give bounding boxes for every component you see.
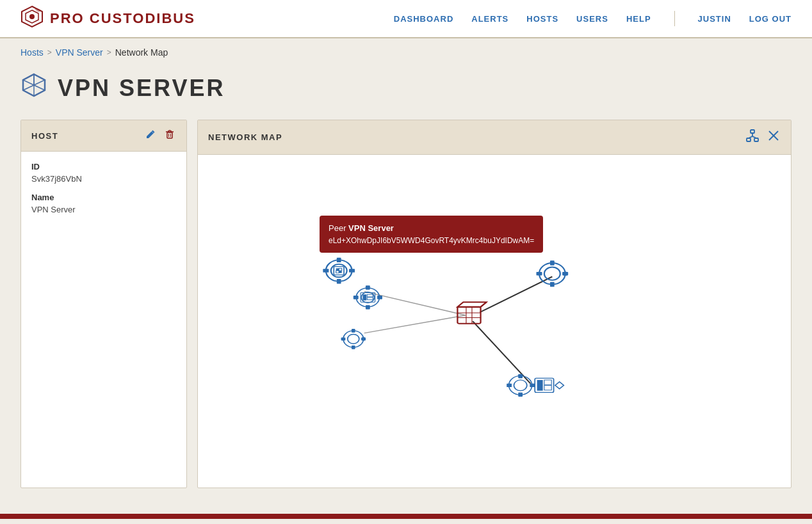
svg-point-64 (544, 267, 560, 280)
host-panel-header: HOST (21, 120, 186, 152)
page-title-area: VPN SERVER (0, 67, 812, 120)
svg-rect-47 (362, 294, 366, 300)
network-actions (745, 128, 781, 147)
svg-rect-52 (352, 329, 355, 333)
svg-rect-74 (530, 384, 535, 388)
network-panel-title: NETWORK MAP (208, 132, 282, 142)
network-map-svg (198, 155, 791, 488)
svg-rect-73 (518, 392, 523, 397)
tooltip-key: eLd+XOhwDpJI6bV5WWD4GovRT4yvKMrc4buJYdID… (329, 235, 534, 246)
host-panel-body: ID Svk37j86VbN Name VPN Server (21, 152, 186, 234)
svg-point-56 (361, 337, 366, 341)
logo-area: PRO CUSTODIBUS (20, 5, 394, 33)
page-title: VPN SERVER (58, 75, 225, 102)
svg-rect-78 (537, 380, 543, 391)
delete-host-button[interactable] (163, 128, 176, 143)
tooltip-peer-line: Peer VPN Server (329, 222, 534, 235)
node-center-server[interactable] (457, 302, 486, 323)
nav-dashboard[interactable]: DASHBOARD (394, 14, 454, 24)
breadcrumb-hosts[interactable]: Hosts (20, 47, 44, 58)
svg-rect-45 (353, 296, 359, 299)
svg-point-2 (29, 14, 35, 19)
cube-icon (20, 72, 47, 104)
svg-rect-44 (377, 296, 382, 299)
svg-point-70 (509, 376, 532, 395)
nav-users[interactable]: USERS (576, 14, 608, 24)
name-label: Name (31, 193, 176, 202)
svg-point-76 (518, 374, 523, 378)
svg-rect-34 (323, 269, 329, 273)
svg-rect-18 (747, 138, 751, 141)
main-content: HOST (0, 120, 812, 488)
breadcrumb-current: Network Map (115, 47, 168, 58)
svg-rect-57 (457, 307, 480, 324)
edit-host-button[interactable] (144, 128, 157, 143)
footer-bar (0, 514, 812, 519)
svg-rect-31 (337, 258, 341, 262)
tooltip-name: VPN Server (348, 223, 394, 233)
svg-point-69 (563, 271, 568, 276)
node-topleft-box[interactable] (353, 285, 382, 309)
svg-line-58 (481, 302, 487, 306)
node-topleft-gear[interactable] (323, 258, 355, 284)
nav-user[interactable]: JUSTIN (698, 14, 731, 24)
svg-rect-19 (754, 138, 758, 141)
logo-text: PRO CUSTODIBUS (50, 10, 195, 27)
svg-rect-42 (366, 285, 370, 290)
svg-rect-43 (366, 305, 370, 310)
svg-point-51 (348, 334, 359, 344)
host-actions (144, 128, 176, 143)
breadcrumb: Hosts > VPN Server > Network Map (0, 38, 812, 67)
svg-rect-49 (367, 298, 373, 300)
node-bottomleft-gear[interactable] (341, 329, 366, 349)
close-map-button[interactable] (767, 128, 781, 147)
svg-rect-66 (550, 282, 555, 287)
breadcrumb-vpn-server[interactable]: VPN Server (56, 47, 103, 58)
network-panel: NETWORK MAP (197, 120, 792, 488)
svg-rect-65 (550, 260, 555, 265)
svg-point-50 (343, 331, 364, 347)
svg-rect-37 (339, 268, 342, 271)
svg-rect-36 (336, 268, 339, 271)
svg-line-28 (480, 276, 552, 312)
expand-map-button[interactable] (745, 128, 760, 147)
svg-rect-17 (751, 130, 754, 133)
name-value: VPN Server (31, 205, 176, 214)
svg-rect-38 (336, 271, 339, 273)
svg-rect-33 (349, 269, 355, 273)
logo-icon (20, 5, 44, 33)
tooltip-prefix: Peer (329, 223, 346, 233)
nav-links: DASHBOARD ALERTS HOSTS USERS HELP JUSTIN… (394, 11, 792, 26)
nav-help[interactable]: HELP (626, 14, 651, 24)
nav-divider (674, 11, 675, 26)
svg-point-63 (539, 263, 565, 284)
svg-rect-53 (352, 345, 355, 349)
host-panel-title: HOST (31, 131, 58, 141)
network-panel-header: NETWORK MAP (198, 120, 791, 155)
svg-line-26 (364, 315, 466, 333)
id-value: Svk37j86VbN (31, 174, 176, 184)
nav-alerts[interactable]: ALERTS (471, 14, 508, 24)
svg-rect-75 (507, 384, 512, 388)
svg-rect-68 (536, 272, 542, 276)
svg-rect-48 (367, 294, 373, 297)
svg-line-7 (34, 85, 45, 90)
svg-rect-55 (341, 338, 346, 341)
id-label: ID (31, 162, 176, 171)
svg-rect-10 (167, 132, 172, 138)
svg-rect-32 (337, 279, 341, 283)
nav-hosts[interactable]: HOSTS (526, 14, 558, 24)
svg-line-8 (23, 85, 34, 90)
svg-rect-80 (544, 385, 551, 390)
host-panel: HOST (20, 120, 187, 488)
breadcrumb-sep-2: > (107, 48, 111, 57)
svg-point-71 (514, 380, 526, 391)
svg-rect-39 (339, 271, 342, 273)
peer-tooltip: Peer VPN Server eLd+XOhwDpJI6bV5WWD4GovR… (320, 216, 543, 253)
map-canvas[interactable]: Peer VPN Server eLd+XOhwDpJI6bV5WWD4GovR… (198, 155, 791, 488)
nav-logout[interactable]: LOG OUT (749, 14, 792, 24)
breadcrumb-sep-1: > (47, 48, 52, 57)
svg-rect-79 (544, 380, 551, 385)
node-bottomright[interactable] (507, 374, 564, 397)
